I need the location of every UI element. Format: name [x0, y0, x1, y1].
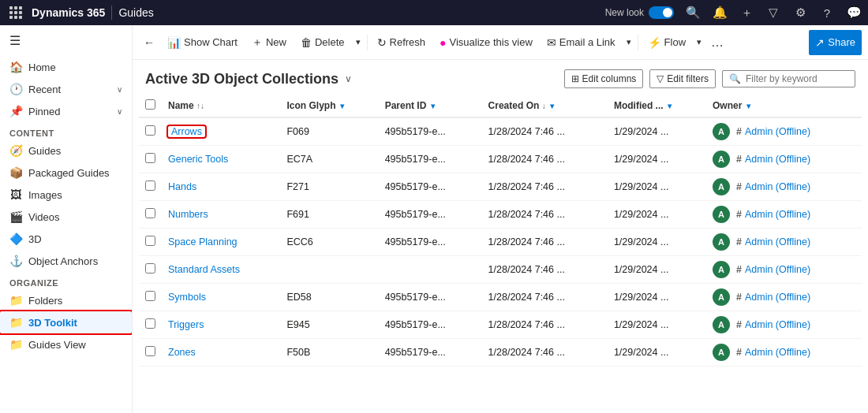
email-button[interactable]: ✉ Email a Link — [541, 30, 622, 55]
row-created-on: 1/28/2024 7:46 ... — [482, 229, 608, 256]
select-all-checkbox[interactable] — [145, 99, 155, 110]
row-created-on: 1/28/2024 7:46 ... — [482, 339, 608, 366]
row-name-link[interactable]: Generic Tools — [168, 154, 228, 165]
col-parent-id[interactable]: Parent ID ▾ — [379, 95, 482, 117]
topbar: Dynamics 365 Guides New look 🔍 🔔 ＋ ▽ ⚙ ?… — [0, 0, 868, 25]
delete-dropdown[interactable]: ▾ — [353, 30, 364, 55]
table-row: Standard Assets 1/28/2024 7:46 ... 1/29/… — [139, 256, 862, 284]
chart-icon: 📊 — [167, 36, 181, 49]
filter-by-keyword-input[interactable] — [746, 73, 848, 84]
row-checkbox[interactable] — [145, 153, 155, 163]
pinned-chevron: ∨ — [117, 107, 122, 116]
email-dropdown[interactable]: ▾ — [623, 30, 634, 55]
col-created-on[interactable]: Created On ↓ ▾ — [482, 95, 608, 117]
new-button[interactable]: ＋ New — [245, 30, 293, 55]
packaged-guides-icon: 📦 — [9, 166, 22, 179]
sidebar-item-guides[interactable]: 🧭 Guides — [0, 140, 132, 162]
settings-icon[interactable]: ⚙ — [792, 5, 808, 20]
row-owner-cell: A # Admin (Offline) — [706, 284, 862, 311]
layout: ☰ 🏠 Home 🕐 Recent ∨ 📌 Pinned ∨ Content 🧭… — [0, 25, 868, 413]
row-parent-id: 495b5179-e... — [379, 284, 482, 311]
toolkit-icon: 📁 — [9, 316, 22, 329]
refresh-icon: ↻ — [377, 36, 387, 49]
row-name-link[interactable]: Standard Assets — [168, 264, 240, 275]
filter-icon[interactable]: ▽ — [765, 5, 781, 20]
chat-icon[interactable]: 💬 — [846, 5, 862, 20]
refresh-label: Refresh — [390, 36, 426, 48]
col-modified[interactable]: Modified ... ▾ — [608, 95, 706, 117]
row-checkbox[interactable] — [145, 318, 155, 329]
owner-hash: # — [736, 126, 742, 137]
owner-name: Admin (Offline) — [745, 154, 810, 165]
sidebar-item-home[interactable]: 🏠 Home — [0, 56, 132, 78]
row-modified: 1/29/2024 ... — [608, 173, 706, 201]
col-name[interactable]: Name ↑↓ — [162, 95, 280, 117]
help-icon[interactable]: ? — [819, 5, 835, 20]
sidebar-hamburger[interactable]: ☰ — [0, 25, 132, 56]
back-button[interactable]: ← — [139, 33, 159, 52]
owner-hash: # — [736, 292, 742, 303]
row-name-link[interactable]: Hands — [168, 181, 196, 192]
row-name-cell: Generic Tools — [162, 146, 280, 173]
row-name-link[interactable]: Zones — [168, 347, 196, 358]
sidebar-item-object-anchors[interactable]: ⚓ Object Anchors — [0, 250, 132, 272]
sidebar-item-pinned[interactable]: 📌 Pinned ∨ — [0, 100, 132, 122]
sidebar-item-3d-toolkit[interactable]: 📁 3D Toolkit — [0, 311, 132, 333]
sidebar-item-guides-view[interactable]: 📁 Guides View — [0, 333, 132, 355]
row-created-on: 1/28/2024 7:46 ... — [482, 256, 608, 284]
row-owner-cell: A # Admin (Offline) — [706, 201, 862, 229]
row-name-link[interactable]: Arrows — [171, 126, 202, 137]
row-checkbox[interactable] — [145, 346, 155, 356]
sidebar-item-3d[interactable]: 🔷 3D — [0, 228, 132, 250]
app-name[interactable]: Guides — [118, 6, 153, 19]
visualize-label: Visualize this view — [450, 36, 533, 48]
sidebar-item-recent[interactable]: 🕐 Recent ∨ — [0, 78, 132, 100]
row-checkbox[interactable] — [145, 180, 155, 191]
flow-button[interactable]: ⚡ Flow — [642, 30, 692, 55]
view-title-dropdown[interactable]: ∨ — [345, 73, 352, 84]
sidebar-item-videos[interactable]: 🎬 Videos — [0, 206, 132, 228]
owner-hash: # — [736, 264, 742, 275]
email-icon: ✉ — [547, 36, 556, 49]
row-checkbox[interactable] — [145, 236, 155, 246]
sidebar-item-folders[interactable]: 📁 Folders — [0, 289, 132, 311]
edit-filters-button[interactable]: ▽ Edit filters — [649, 69, 716, 88]
row-name-link[interactable]: Space Planning — [168, 236, 238, 247]
images-icon: 🖼 — [9, 188, 22, 201]
row-owner-cell: A # Admin (Offline) — [706, 256, 862, 284]
row-checkbox[interactable] — [145, 291, 155, 301]
more-button[interactable]: … — [706, 32, 728, 53]
delete-button[interactable]: 🗑 Delete — [294, 30, 351, 55]
sidebar-item-packaged-guides[interactable]: 📦 Packaged Guides — [0, 162, 132, 184]
row-checkbox[interactable] — [145, 125, 155, 136]
view-header: Active 3D Object Collections ∨ ⊞ Edit co… — [133, 60, 868, 95]
visualize-button[interactable]: ● Visualize this view — [433, 30, 539, 55]
owner-hash: # — [736, 347, 742, 358]
new-look-toggle[interactable] — [649, 6, 674, 19]
owner-name: Admin (Offline) — [745, 347, 810, 358]
sidebar-item-images[interactable]: 🖼 Images — [0, 184, 132, 206]
refresh-button[interactable]: ↻ Refresh — [371, 30, 432, 55]
bell-icon[interactable]: 🔔 — [712, 5, 728, 20]
table-header-row: Name ↑↓ Icon Glyph ▾ Parent ID ▾ Created… — [139, 95, 862, 117]
flow-dropdown[interactable]: ▾ — [694, 30, 705, 55]
row-name-cell: Symbols — [162, 284, 280, 311]
new-label: New — [266, 36, 286, 48]
row-name-link[interactable]: Triggers — [168, 319, 204, 330]
owner-avatar: A — [713, 288, 730, 306]
col-icon-glyph[interactable]: Icon Glyph ▾ — [280, 95, 378, 117]
brand-name[interactable]: Dynamics 365 — [32, 6, 105, 19]
grid-icon[interactable] — [6, 3, 25, 22]
row-name-link[interactable]: Symbols — [168, 292, 206, 303]
search-icon[interactable]: 🔍 — [685, 5, 701, 20]
col-owner[interactable]: Owner ▾ — [706, 95, 862, 117]
show-chart-button[interactable]: 📊 Show Chart — [161, 30, 244, 55]
row-checkbox[interactable] — [145, 263, 155, 273]
share-button[interactable]: ↗ Share — [809, 30, 862, 55]
edit-columns-button[interactable]: ⊞ Edit columns — [564, 69, 644, 88]
owner-name: Admin (Offline) — [745, 292, 810, 303]
row-created-on: 1/28/2024 7:46 ... — [482, 173, 608, 201]
plus-icon[interactable]: ＋ — [739, 5, 754, 20]
row-name-link[interactable]: Numbers — [168, 209, 208, 220]
row-checkbox[interactable] — [145, 208, 155, 218]
